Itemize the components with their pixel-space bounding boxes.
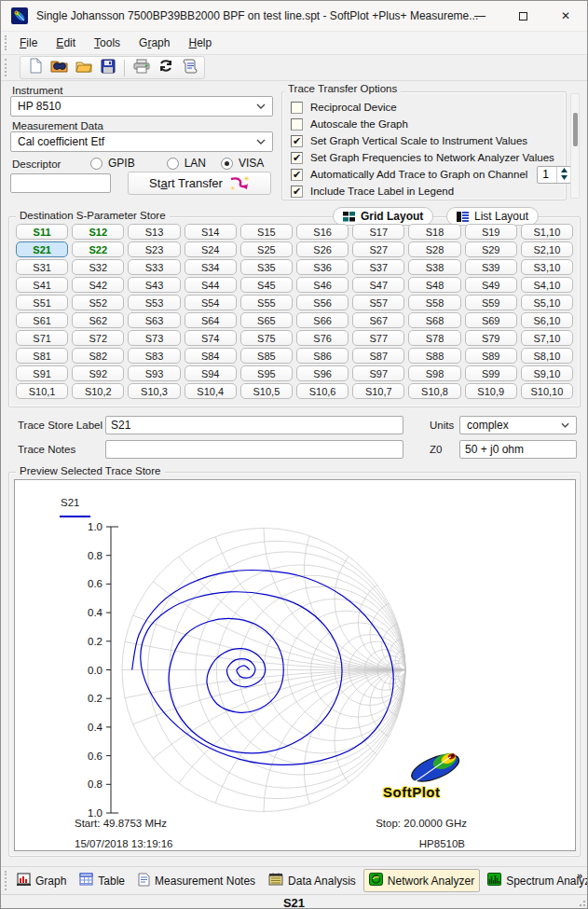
sparam-button-s11[interactable]: S11 [16, 224, 68, 240]
sparam-button-s98[interactable]: S98 [408, 365, 460, 381]
sparam-button-s59[interactable]: S59 [465, 295, 517, 310]
sparam-button-s96[interactable]: S96 [296, 365, 349, 381]
sparam-button-s83[interactable]: S83 [128, 348, 180, 364]
sparam-button-s7-10[interactable]: S7,10 [521, 330, 573, 346]
measurement-data-select[interactable]: Cal coefficient Etf [10, 131, 273, 152]
spinner-down-icon[interactable] [557, 174, 570, 183]
options-scrollbar-thumb[interactable] [573, 113, 578, 146]
sparam-button-s56[interactable]: S56 [296, 295, 349, 310]
checkbox-unchecked-icon[interactable] [291, 102, 303, 114]
sparam-button-s47[interactable]: S47 [352, 277, 404, 293]
sparam-button-s63[interactable]: S63 [128, 312, 180, 328]
script-button[interactable] [180, 58, 199, 77]
sparam-button-s72[interactable]: S72 [72, 330, 124, 346]
sparam-button-s88[interactable]: S88 [408, 348, 460, 364]
menu-edit[interactable]: Edit [48, 34, 83, 51]
sparam-button-s57[interactable]: S57 [352, 295, 404, 310]
sparam-button-s51[interactable]: S51 [16, 295, 68, 310]
sparam-button-s26[interactable]: S26 [296, 241, 349, 257]
sparam-button-s54[interactable]: S54 [185, 295, 237, 310]
sparam-button-s3-10[interactable]: S3,10 [521, 259, 573, 275]
sparam-button-s33[interactable]: S33 [128, 259, 180, 275]
sparam-button-s10-8[interactable]: S10,8 [408, 383, 460, 399]
transfer-button[interactable] [156, 58, 175, 77]
sparam-button-s49[interactable]: S49 [465, 277, 517, 293]
list-layout-button[interactable]: List Layout [446, 207, 539, 226]
sparam-button-s53[interactable]: S53 [128, 295, 180, 310]
sparam-button-s41[interactable]: S41 [16, 277, 68, 293]
sparam-button-s44[interactable]: S44 [185, 277, 237, 293]
sparam-button-s86[interactable]: S86 [296, 348, 349, 364]
sparam-button-s78[interactable]: S78 [408, 330, 460, 346]
sparam-button-s10-2[interactable]: S10,2 [72, 383, 124, 399]
sparam-button-s55[interactable]: S55 [240, 295, 293, 310]
sparam-button-s21[interactable]: S21 [16, 241, 68, 257]
sparam-button-s95[interactable]: S95 [240, 365, 293, 381]
sparam-button-s97[interactable]: S97 [352, 365, 404, 381]
maximize-button[interactable] [501, 1, 544, 31]
units-select[interactable]: complex [459, 416, 577, 434]
menu-help[interactable]: Help [181, 34, 219, 51]
sparam-button-s64[interactable]: S64 [185, 312, 237, 328]
sparam-button-s61[interactable]: S61 [16, 312, 68, 328]
sparam-button-s10-7[interactable]: S10,7 [352, 383, 404, 399]
sparam-button-s14[interactable]: S14 [185, 224, 237, 240]
checkbox-checked-icon[interactable]: ✔ [291, 186, 303, 198]
sparam-button-s19[interactable]: S19 [465, 224, 517, 240]
sparam-button-s15[interactable]: S15 [240, 224, 293, 240]
descriptor-input[interactable] [10, 173, 111, 193]
tab-table[interactable]: Table [74, 869, 130, 892]
trace-notes-input[interactable] [105, 440, 403, 459]
sparam-button-s92[interactable]: S92 [72, 365, 124, 381]
sparam-button-s75[interactable]: S75 [240, 330, 293, 346]
sparam-button-s87[interactable]: S87 [352, 348, 404, 364]
sparam-button-s67[interactable]: S67 [352, 312, 404, 328]
sparam-button-s10-10[interactable]: S10,10 [521, 383, 573, 399]
sparam-button-s12[interactable]: S12 [72, 224, 124, 240]
sparam-button-s89[interactable]: S89 [465, 348, 517, 364]
grid-layout-button[interactable]: Grid Layout [333, 207, 433, 226]
tab-overflow-chevron[interactable]: » [577, 870, 582, 881]
radio-lan[interactable]: LAN [167, 157, 206, 170]
sparam-button-s2-10[interactable]: S2,10 [521, 241, 573, 257]
save-button[interactable] [98, 58, 117, 77]
sparam-button-s66[interactable]: S66 [296, 312, 349, 328]
sparam-button-s24[interactable]: S24 [185, 241, 237, 257]
sparam-button-s10-1[interactable]: S10,1 [16, 383, 68, 399]
sparam-button-s5-10[interactable]: S5,10 [521, 295, 573, 310]
options-scrollbar[interactable] [570, 93, 580, 199]
sparam-button-s9-10[interactable]: S9,10 [521, 365, 573, 381]
sparam-button-s35[interactable]: S35 [240, 259, 293, 275]
sparam-button-s29[interactable]: S29 [465, 241, 517, 257]
sparam-button-s43[interactable]: S43 [128, 277, 180, 293]
radio-visa[interactable]: VISA [221, 157, 264, 170]
tab-data-analysis[interactable]: Data Analysis [263, 869, 362, 892]
checkbox-checked-icon[interactable]: ✔ [291, 152, 303, 164]
find-button[interactable] [49, 58, 69, 77]
sparam-button-s13[interactable]: S13 [128, 224, 180, 240]
sparam-button-s38[interactable]: S38 [408, 259, 460, 275]
trace-store-input[interactable]: S21 [105, 416, 403, 434]
checkbox-checked-icon[interactable]: ✔ [291, 135, 303, 147]
sparam-button-s17[interactable]: S17 [352, 224, 404, 240]
sparam-button-s1-10[interactable]: S1,10 [521, 224, 573, 240]
sparam-button-s37[interactable]: S37 [352, 259, 404, 275]
sparam-button-s62[interactable]: S62 [72, 312, 124, 328]
sparam-button-s10-3[interactable]: S10,3 [128, 383, 180, 399]
tab-measurement-notes[interactable]: Measurement Notes [132, 869, 261, 893]
new-file-button[interactable] [25, 58, 45, 77]
sparam-button-s45[interactable]: S45 [240, 277, 293, 293]
sparam-button-s65[interactable]: S65 [240, 312, 293, 328]
print-button[interactable] [131, 58, 151, 77]
sparam-button-s42[interactable]: S42 [72, 277, 124, 293]
sparam-button-s74[interactable]: S74 [185, 330, 237, 346]
sparam-button-s10-9[interactable]: S10,9 [465, 383, 517, 399]
sparam-button-s68[interactable]: S68 [408, 312, 460, 328]
tab-spectrum-analyzer[interactable]: Spectrum Analyzer [482, 869, 588, 892]
close-button[interactable]: ✕ [544, 1, 587, 31]
sparam-button-s81[interactable]: S81 [16, 348, 68, 364]
sparam-button-s10-5[interactable]: S10,5 [240, 383, 293, 399]
sparam-button-s22[interactable]: S22 [72, 241, 124, 257]
sparam-button-s4-10[interactable]: S4,10 [521, 277, 573, 293]
tab-network-analyzer[interactable]: Network Analyzer [363, 869, 480, 892]
